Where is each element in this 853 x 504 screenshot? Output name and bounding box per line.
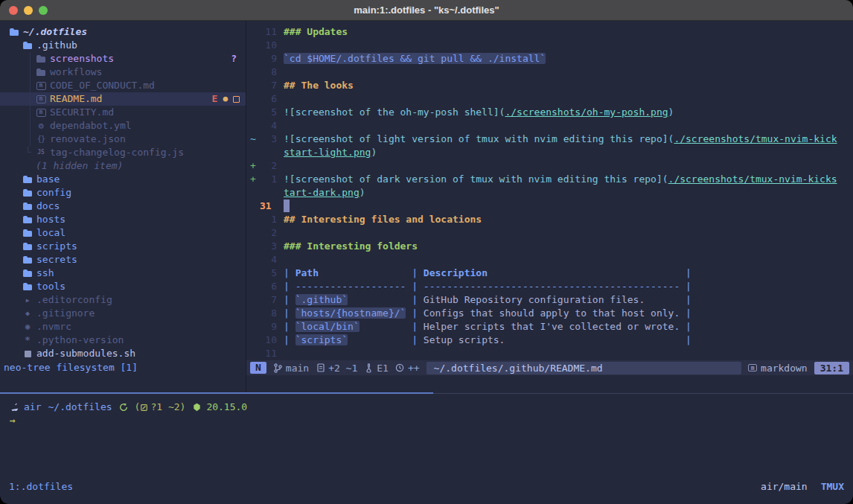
diagnostic-error-badge: E (212, 92, 218, 106)
markdown-file-icon (36, 94, 46, 104)
editor-line[interactable]: +1![screenshot of dark version of tmux w… (246, 173, 853, 186)
tree-item-gitignore[interactable]: .gitignore (0, 307, 246, 320)
line-number: 5 (258, 106, 277, 119)
flask-icon (364, 363, 374, 373)
editor-line[interactable]: 4 (246, 119, 853, 133)
editor-line[interactable]: ~3![screenshot of light version of tmux … (246, 133, 853, 146)
tree-item-security-md[interactable]: SECURITY.md (0, 106, 246, 119)
editor-line[interactable]: tart-dark.png) (246, 186, 853, 200)
editor-line[interactable]: start-light.png) (246, 146, 853, 159)
titlebar: main:1:.dotfiles - "ks~/.dotfiles" (0, 0, 853, 21)
tree-item-renovate-json[interactable]: renovate.json (0, 133, 246, 146)
editor-line[interactable]: 8 (246, 66, 853, 79)
editor-line[interactable]: 10| `scripts` | Setup scripts. | (246, 334, 853, 347)
editor-line[interactable]: 3### Interesting folders (246, 240, 853, 253)
editor-line[interactable]: 5![screenshot of the oh-my-posh shell](.… (246, 106, 853, 119)
folder-icon (22, 188, 33, 198)
tree-item-readme-md[interactable]: README.mdE● (0, 92, 246, 106)
tree-item-docs[interactable]: docs (0, 200, 246, 213)
tree-item-label: SECURITY.md (50, 106, 114, 119)
editor-line[interactable]: 11 (246, 347, 853, 360)
line-number: 1 (258, 173, 277, 186)
zoom-button[interactable] (39, 6, 48, 15)
tree-item-python-version[interactable]: .python-version (0, 334, 246, 347)
tree-item-github[interactable]: .github (0, 39, 246, 52)
line-number: 4 (258, 253, 277, 267)
tree-item-label: .editorconfig (36, 293, 112, 307)
editor-line[interactable]: 6| ------------------- | ---------------… (246, 280, 853, 293)
tree-item-add-submodules-sh[interactable]: add-submodules.sh (0, 347, 246, 360)
editor-line[interactable]: 8| `hosts/{hostname}/` | Configs that sh… (246, 307, 853, 320)
editor-line[interactable]: 4 (246, 253, 853, 267)
tree-item-nvmrc[interactable]: .nvmrc (0, 320, 246, 334)
tree-item-screenshots[interactable]: screenshots? (0, 52, 246, 66)
gutter-sign (246, 39, 258, 52)
line-text: ![screenshot of light version of tmux wi… (284, 133, 837, 146)
line-number: 2 (258, 226, 277, 240)
tree-item-label: .python-version (36, 334, 124, 347)
tmux-window-tab[interactable]: 1:.dotfiles (9, 480, 73, 494)
buffer-changes-icon (316, 363, 325, 373)
git-diff-segment: +2 ~1 (316, 363, 357, 374)
editor-line[interactable]: 2 (246, 226, 853, 240)
line-number: 31 (258, 200, 277, 213)
tree-item-dependabot-yml[interactable]: dependabot.yml (0, 119, 246, 133)
tree-item-label: renovate.json (50, 133, 126, 146)
editor-line[interactable]: 5| Path | Description | (246, 267, 853, 280)
line-number: 6 (258, 280, 277, 293)
tree-item-label: (1 hidden item) (36, 159, 123, 173)
editor-line[interactable]: 9`cd $HOME/.dotfiles && git pull && ./in… (246, 52, 853, 66)
tmux-session-name: air/main (761, 480, 808, 494)
tree-item-workflows[interactable]: workflows (0, 66, 246, 79)
shell-prompt: air ~/.dotfiles ( ?1 ~2 ) 20.15.0 (10, 401, 853, 414)
line-text (284, 200, 290, 213)
line-number (258, 146, 277, 159)
tree-item-tools[interactable]: tools (0, 280, 246, 293)
tree-item-secrets[interactable]: secrets (0, 253, 246, 267)
editor-line[interactable]: 9| `local/bin` | Helper scripts that I'v… (246, 320, 853, 334)
tree-item-ssh[interactable]: ssh (0, 267, 246, 280)
gutter-sign (246, 213, 258, 226)
line-number: 1 (258, 213, 277, 226)
line-text: tart-dark.png) (284, 186, 365, 200)
line-text: | ------------------- | ----------------… (284, 280, 691, 293)
line-number: 5 (258, 267, 277, 280)
tree-item-scripts[interactable]: scripts (0, 240, 246, 253)
folder-open-icon (9, 27, 19, 37)
tree-item-config[interactable]: config (0, 186, 246, 200)
line-number: 8 (258, 66, 277, 79)
tree-item-label: README.md (50, 92, 102, 106)
gutter-sign (246, 240, 258, 253)
window-title: main:1:.dotfiles - "ks~/.dotfiles" (354, 4, 499, 16)
editor-line[interactable]: 6 (246, 92, 853, 106)
editor-line[interactable]: 7| `.github` | GitHub Repository configu… (246, 293, 853, 307)
line-text: start-light.png) (284, 146, 377, 159)
editor-window[interactable]: 11### Updates 10 9`cd $HOME/.dotfiles &&… (246, 21, 853, 392)
tree-item-1-hidden-item[interactable]: (1 hidden item) (0, 159, 246, 173)
close-button[interactable] (9, 6, 18, 15)
tree-item-hosts[interactable]: hosts (0, 213, 246, 226)
folder-icon (22, 241, 33, 252)
minimize-button[interactable] (24, 6, 33, 15)
neotree-status: neo-tree filesystem [1] (0, 360, 246, 374)
tree-item-local[interactable]: local (0, 226, 246, 240)
folder-icon (22, 255, 33, 265)
git-fetch-icon (118, 402, 129, 412)
tree-item-editorconfig[interactable]: .editorconfig (0, 293, 246, 307)
js-icon (36, 147, 46, 158)
shell-pane[interactable]: air ~/.dotfiles ( ?1 ~2 ) 20.15.0 → (0, 394, 853, 480)
editor-line[interactable]: 31 (246, 200, 853, 213)
tree-elbow-guide: └ (25, 146, 36, 159)
editor-line[interactable]: 7## The looks (246, 79, 853, 92)
editor-line[interactable]: 11### Updates (246, 25, 853, 39)
line-text: ## The looks (284, 79, 354, 92)
editor-line[interactable]: +2 (246, 159, 853, 173)
statusline: N main +2 ~1 E1 (246, 360, 853, 375)
tree-item-code-of-conduct-md[interactable]: CODE_OF_CONDUCT.md (0, 79, 246, 92)
tree-item-dotfiles[interactable]: ~/.dotfiles (0, 25, 246, 39)
line-text: ![screenshot of dark version of tmux wit… (284, 173, 837, 186)
tree-item-base[interactable]: base (0, 173, 246, 186)
editor-line[interactable]: 10 (246, 39, 853, 52)
tree-item-tag-changelog-config-js[interactable]: └tag-changelog-config.js (0, 146, 246, 159)
editor-line[interactable]: 1## Interesting files and locations (246, 213, 853, 226)
